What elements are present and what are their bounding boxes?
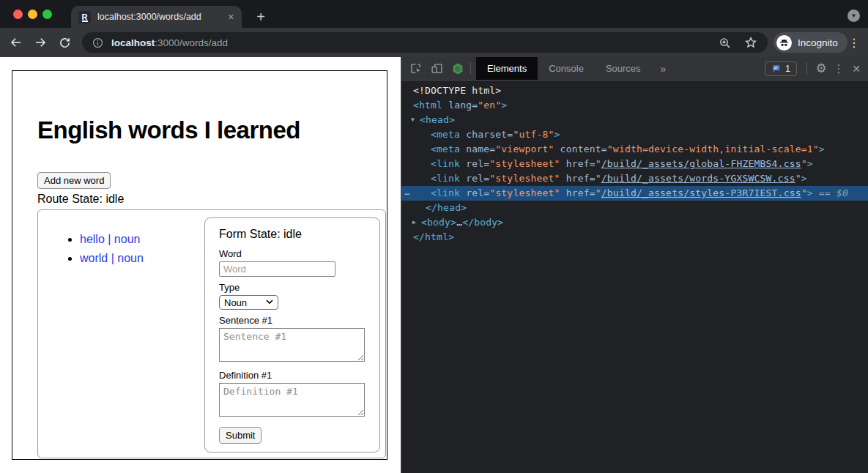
- code-token-attr: href=: [560, 158, 596, 169]
- code-line[interactable]: ▼<head>: [401, 113, 868, 127]
- devtools-close-icon[interactable]: ✕: [847, 60, 865, 78]
- expand-arrow-right-icon[interactable]: ▶: [412, 215, 421, 230]
- address-bar[interactable]: localhost:3000/words/add: [82, 32, 768, 53]
- code-token-tag: <link: [431, 173, 460, 184]
- form-state-text: Form State: idle: [219, 228, 379, 241]
- magnifier-plus-icon: [719, 37, 731, 49]
- devtools-toolbar: ElementsConsoleSources » 1 ⚙ ⋮ ✕: [401, 57, 868, 81]
- code-line[interactable]: <html lang="en">: [401, 98, 868, 113]
- code-token-attr: name=: [460, 144, 495, 154]
- code-token-attr: rel=: [460, 158, 489, 169]
- code-token-tag: <meta: [431, 129, 460, 140]
- code-token-val: "viewport": [495, 144, 554, 154]
- code-gutter: [401, 127, 413, 142]
- devtools-menu-icon[interactable]: ⋮: [830, 60, 847, 78]
- code-token-attr: href=: [560, 173, 596, 184]
- settings-gear-icon[interactable]: ⚙: [812, 60, 830, 78]
- code-token-tag: <head>: [420, 114, 455, 125]
- tab-close-icon[interactable]: ✕: [228, 12, 234, 22]
- add-word-form: Form State: idle Word Type Noun Sentence…: [204, 217, 380, 452]
- page-border-frame: English words I learned Add new word Rou…: [12, 70, 387, 460]
- code-token-tag: <link: [431, 187, 460, 198]
- tab-title: localhost:3000/words/add: [97, 12, 223, 22]
- zoom-window-button[interactable]: [42, 10, 52, 19]
- type-select-wrapper: Noun: [219, 295, 278, 310]
- add-new-word-button[interactable]: Add new word: [37, 172, 111, 189]
- inspect-element-button[interactable]: [408, 62, 423, 76]
- devtools-code: <!DOCTYPE html><html lang="en">▼<head><m…: [401, 81, 868, 473]
- code-line[interactable]: <!DOCTYPE html>: [401, 83, 868, 98]
- devtools-toolbar-right: 1 ⚙ ⋮ ✕: [765, 60, 868, 78]
- window-controls: [13, 10, 52, 19]
- remix-favicon-icon: R: [78, 11, 91, 23]
- tab-strip: R localhost:3000/words/add ✕ + ▼: [0, 0, 868, 28]
- type-select[interactable]: Noun: [219, 295, 278, 310]
- code-token-val: ": [801, 158, 807, 169]
- url-text: localhost:3000/words/add: [111, 37, 228, 48]
- code-token-link: /build/_assets/styles-P3R7IEST.css: [601, 187, 801, 198]
- submit-button[interactable]: Submit: [219, 427, 261, 444]
- forward-button[interactable]: [31, 34, 49, 51]
- page-title: English words I learned: [37, 116, 300, 144]
- definition-textarea[interactable]: [219, 383, 365, 417]
- browser-tab[interactable]: R localhost:3000/words/add ✕: [71, 6, 242, 28]
- word-link[interactable]: hello | noun: [80, 233, 140, 245]
- code-line[interactable]: <meta charset="utf-8">: [401, 127, 868, 142]
- word-input[interactable]: [219, 261, 335, 277]
- code-token-plain: <!DOCTYPE html>: [413, 85, 501, 96]
- new-tab-button[interactable]: +: [251, 7, 270, 26]
- star-icon: [744, 36, 757, 49]
- code-gutter: [401, 157, 413, 171]
- back-arrow-icon: [10, 36, 23, 49]
- code-gutter: [401, 201, 413, 215]
- bookmark-star-button[interactable]: [744, 36, 757, 49]
- incognito-label: Incognito: [798, 37, 838, 48]
- close-window-button[interactable]: [13, 10, 23, 19]
- code-token-attr: href=: [560, 187, 596, 198]
- code-token-attr: charset=: [460, 129, 513, 140]
- minimize-window-button[interactable]: [28, 10, 37, 19]
- devtools-tab-elements[interactable]: Elements: [476, 57, 538, 80]
- tab-search-chevron-icon[interactable]: ▼: [847, 10, 860, 22]
- code-token-val: "en": [478, 100, 501, 111]
- code-token-attr: lang=: [442, 100, 478, 111]
- type-label: Type: [219, 282, 379, 293]
- zoom-page-button[interactable]: [719, 37, 731, 49]
- code-token-var: $0: [837, 187, 848, 198]
- page-info-icon[interactable]: [92, 37, 103, 48]
- code-token-val: ": [596, 173, 601, 184]
- browser-menu-button[interactable]: ⋮: [847, 34, 861, 51]
- code-line-selected[interactable]: …<link rel="stylesheet" href="/build/_as…: [401, 186, 868, 201]
- device-toolbar-button[interactable]: [429, 62, 444, 76]
- messages-counter-button[interactable]: 1: [765, 62, 797, 76]
- devtools-tab-console[interactable]: Console: [538, 57, 595, 80]
- word-link[interactable]: world | noun: [80, 252, 144, 264]
- code-token-val: "stylesheet": [489, 173, 560, 184]
- back-button[interactable]: [7, 34, 25, 51]
- code-line[interactable]: <link rel="stylesheet" href="/build/_ass…: [401, 171, 868, 186]
- code-line[interactable]: <meta name="viewport" content="width=dev…: [401, 142, 868, 157]
- expand-arrow-down-icon[interactable]: ▼: [411, 113, 420, 127]
- code-token-tag: >: [819, 144, 825, 154]
- code-line[interactable]: </html>: [401, 230, 868, 245]
- code-token-tag: >: [807, 158, 813, 169]
- code-gutter: [401, 98, 413, 113]
- reload-button[interactable]: [56, 34, 73, 51]
- reload-icon: [59, 37, 71, 49]
- devtools-tab-sources[interactable]: Sources: [595, 57, 652, 80]
- message-count: 1: [785, 64, 790, 74]
- toolbar-divider: [806, 62, 807, 75]
- code-token-val: ": [596, 158, 601, 169]
- word-label: Word: [219, 248, 379, 259]
- code-token-meta: ==: [813, 187, 837, 198]
- code-token-val: ": [801, 187, 807, 198]
- more-tabs-button[interactable]: »: [652, 63, 675, 75]
- code-line[interactable]: ▶<body>…</body>: [401, 215, 868, 230]
- sentence-textarea[interactable]: [219, 328, 365, 362]
- code-token-link: /build/_assets/global-FHZEMBS4.css: [601, 158, 801, 169]
- devtools-panel: ElementsConsoleSources » 1 ⚙ ⋮ ✕ <!DOCTY…: [401, 57, 868, 473]
- extension-hexagon-icon[interactable]: [450, 62, 465, 76]
- code-gutter: [401, 230, 413, 245]
- code-line[interactable]: </head>: [401, 201, 868, 215]
- code-line[interactable]: <link rel="stylesheet" href="/build/_ass…: [401, 157, 868, 171]
